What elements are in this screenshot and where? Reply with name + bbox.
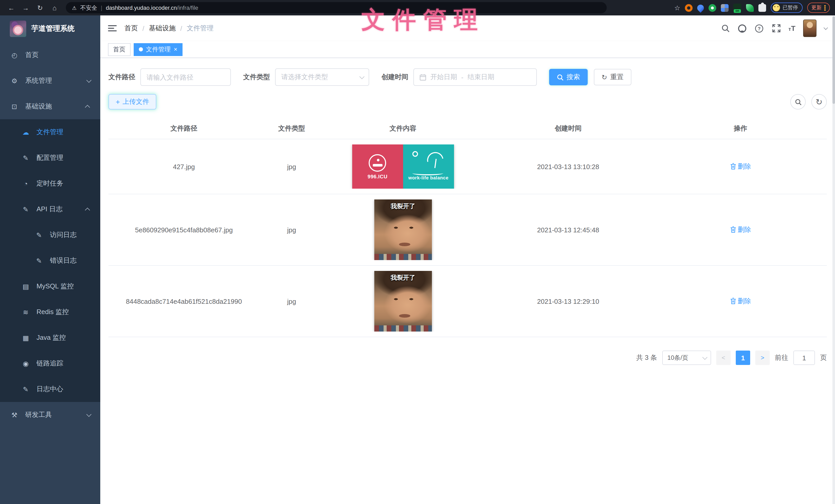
- browser-toolbar: ← → ↻ ⌂ ⚠ 不安全 | dashboard.yudao.iocoder.…: [0, 0, 835, 16]
- extension-pin-icon[interactable]: [696, 3, 706, 13]
- table-row: 427.jpg jpg 996.ICU: [108, 139, 827, 194]
- delete-button[interactable]: 删除: [730, 297, 751, 306]
- avatar-caret-icon[interactable]: [824, 25, 828, 30]
- sidebar-item-config-manage[interactable]: ✎ 配置管理: [0, 145, 100, 171]
- file-preview-meme[interactable]: 我裂开了: [374, 271, 432, 332]
- search-button[interactable]: 搜索: [549, 69, 588, 85]
- extension-grid-icon[interactable]: [721, 4, 729, 12]
- cell-file-content: 我裂开了: [324, 200, 482, 260]
- sidebar-item-infra[interactable]: ⊡ 基础设施: [0, 93, 100, 119]
- file-preview-996-banner[interactable]: 996.ICU work-life balance: [352, 144, 454, 189]
- sidebar-item-home[interactable]: ◴ 首页: [0, 42, 100, 68]
- extension-gear-icon[interactable]: [685, 4, 693, 12]
- table-header-row: 文件路径 文件类型 文件内容 创建时间 操作: [108, 118, 827, 139]
- profile-paused-badge[interactable]: 已暂停: [771, 3, 802, 13]
- cloud-upload-icon: ☁: [22, 128, 30, 136]
- sidebar-item-tracing[interactable]: ◉ 链路追踪: [0, 351, 100, 376]
- not-secure-warning-icon: ⚠: [72, 5, 77, 10]
- user-avatar[interactable]: [803, 20, 816, 37]
- prev-page-button[interactable]: <: [716, 351, 731, 365]
- tag-file-manage[interactable]: 文件管理 ×: [134, 43, 183, 56]
- page-size-select[interactable]: 10条/页: [662, 351, 711, 365]
- fullscreen-icon[interactable]: [772, 24, 781, 33]
- next-page-button[interactable]: >: [755, 351, 770, 365]
- cell-created-time: 2021-03-13 12:45:48: [482, 226, 654, 234]
- sidebar-item-dev-tools[interactable]: ⚒ 研发工具: [0, 402, 100, 428]
- extensions-puzzle-icon[interactable]: [758, 4, 766, 12]
- sidebar-item-error-log[interactable]: ✎ 错误日志: [0, 248, 100, 273]
- edit-icon: ✎: [35, 257, 43, 265]
- cell-file-path: 427.jpg: [108, 163, 259, 170]
- sidebar-item-scheduled-jobs[interactable]: ◔ 定时任务: [0, 171, 100, 196]
- java-monitor-icon: ▦: [22, 334, 30, 341]
- edit-icon: ✎: [35, 231, 43, 239]
- browser-menu-icon[interactable]: [824, 5, 826, 10]
- page-scrollbar[interactable]: [832, 16, 835, 504]
- github-icon[interactable]: [737, 24, 747, 33]
- date-range-picker[interactable]: 开始日期 - 结束日期: [413, 68, 537, 86]
- breadcrumb-infra[interactable]: 基础设施: [149, 24, 176, 33]
- sidebar-item-access-log[interactable]: ✎ 访问日志: [0, 222, 100, 248]
- help-icon[interactable]: ?: [755, 24, 764, 33]
- file-manage-page: 文件路径 文件类型 请选择文件类型 创建时间 开始日期: [100, 58, 835, 504]
- cell-created-time: 2021-03-13 13:10:28: [482, 163, 654, 170]
- wave-icon: [412, 171, 443, 175]
- bookmark-star-icon[interactable]: ☆: [674, 4, 680, 12]
- sidebar-item-api-log[interactable]: ✎ API 日志: [0, 196, 100, 222]
- table-row: 8448cada8c714e4ab61f521c8da21990 jpg 我裂开…: [108, 266, 827, 337]
- cell-file-type: jpg: [259, 226, 324, 234]
- extension-switch-icon[interactable]: on: [733, 4, 741, 12]
- browser-reload-icon[interactable]: ↻: [34, 2, 46, 14]
- navbar-actions: ? тT: [720, 20, 827, 37]
- sidebar-item-java-monitor[interactable]: ▦ Java 监控: [0, 325, 100, 351]
- font-size-icon[interactable]: тT: [789, 24, 795, 33]
- extension-green-icon[interactable]: [709, 4, 716, 12]
- breadcrumb-current: 文件管理: [187, 24, 213, 33]
- sidebar-item-mysql-monitor[interactable]: ▤ MySQL 监控: [0, 273, 100, 299]
- tag-home[interactable]: 首页: [108, 43, 130, 56]
- start-date-placeholder[interactable]: 开始日期: [430, 72, 457, 82]
- address-bar[interactable]: ⚠ 不安全 | dashboard.yudao.iocoder.cn/infra…: [66, 2, 607, 13]
- sidebar-item-system[interactable]: ⚙ 系统管理: [0, 68, 100, 93]
- toggle-search-button[interactable]: [790, 94, 806, 109]
- browser-forward-icon[interactable]: →: [20, 2, 32, 14]
- delete-button[interactable]: 删除: [730, 162, 751, 171]
- refresh-table-button[interactable]: ↻: [811, 94, 827, 109]
- end-date-placeholder[interactable]: 结束日期: [468, 72, 494, 82]
- page-unit-label: 页: [820, 353, 827, 362]
- tags-view-bar: 首页 文件管理 ×: [100, 41, 835, 58]
- sidebar-collapse-icon[interactable]: [108, 25, 117, 31]
- browser-back-icon[interactable]: ←: [5, 2, 18, 14]
- cell-file-path: 5e8609290e915c4fa8b08e67.jpg: [108, 226, 259, 234]
- file-preview-meme[interactable]: 我裂开了: [374, 200, 432, 260]
- cell-file-type: jpg: [259, 163, 324, 170]
- extension-leaf-icon[interactable]: [746, 4, 754, 12]
- col-header-content: 文件内容: [324, 124, 482, 133]
- col-header-type: 文件类型: [259, 124, 324, 133]
- delete-button[interactable]: 删除: [730, 225, 751, 234]
- sidebar-item-redis-monitor[interactable]: ≋ Redis 监控: [0, 299, 100, 325]
- gear-icon: ⚙: [10, 77, 19, 85]
- profile-avatar-icon: [773, 4, 780, 11]
- file-type-select[interactable]: 请选择文件类型: [275, 68, 369, 86]
- app-logo[interactable]: 芋道管理系统: [0, 16, 100, 42]
- cell-file-content: 我裂开了: [324, 271, 482, 332]
- sidebar-item-file-manage[interactable]: ☁ 文件管理: [0, 119, 100, 145]
- browser-update-button[interactable]: 更新: [807, 3, 830, 13]
- breadcrumb-home[interactable]: 首页: [124, 24, 138, 33]
- umbrella-icon: [426, 151, 443, 162]
- dashboard-icon: ◴: [10, 51, 19, 59]
- search-icon[interactable]: [720, 24, 730, 33]
- upload-file-button[interactable]: + 上传文件: [108, 94, 156, 109]
- cell-actions: 删除: [654, 297, 827, 306]
- browser-home-icon[interactable]: ⌂: [48, 2, 61, 14]
- chevron-down-icon: [702, 354, 708, 360]
- close-icon[interactable]: ×: [174, 46, 177, 52]
- sidebar-item-log-center[interactable]: ✎ 日志中心: [0, 376, 100, 402]
- page-number-active[interactable]: 1: [736, 351, 750, 365]
- bed-icon: [369, 154, 386, 171]
- scrollbar-thumb[interactable]: [832, 17, 835, 104]
- file-path-input[interactable]: [146, 73, 225, 81]
- goto-page-input[interactable]: [793, 351, 815, 365]
- reset-button[interactable]: ↻ 重置: [594, 69, 631, 85]
